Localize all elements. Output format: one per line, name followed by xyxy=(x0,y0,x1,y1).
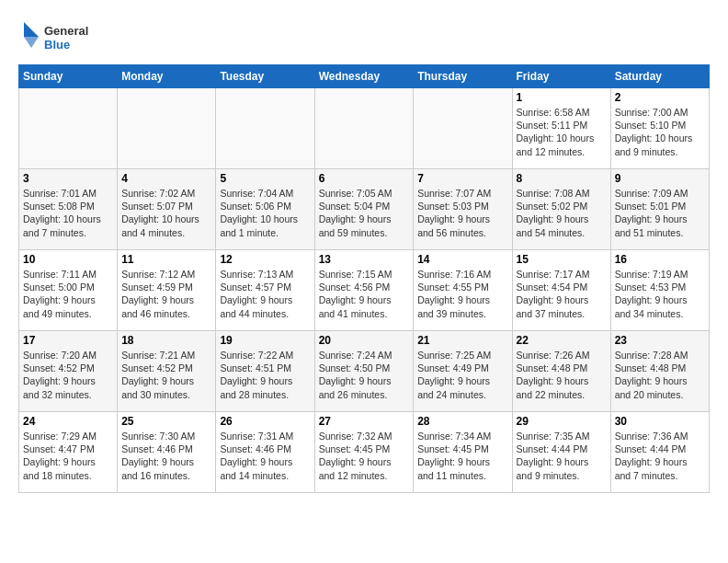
calendar-cell: 10Sunrise: 7:11 AM Sunset: 5:00 PM Dayli… xyxy=(19,250,118,331)
logo-icon: General Blue xyxy=(18,18,101,55)
weekday-header: Monday xyxy=(118,65,216,88)
calendar-cell: 24Sunrise: 7:29 AM Sunset: 4:47 PM Dayli… xyxy=(19,412,118,493)
calendar-cell xyxy=(118,88,216,169)
logo: General Blue xyxy=(18,18,101,55)
day-info: Sunrise: 7:21 AM Sunset: 4:52 PM Dayligh… xyxy=(121,349,211,401)
day-number: 10 xyxy=(23,253,113,266)
day-number: 16 xyxy=(615,253,705,266)
day-number: 9 xyxy=(615,172,705,185)
calendar-cell: 17Sunrise: 7:20 AM Sunset: 4:52 PM Dayli… xyxy=(19,331,118,412)
day-info: Sunrise: 7:04 AM Sunset: 5:06 PM Dayligh… xyxy=(220,187,310,239)
day-number: 23 xyxy=(615,334,705,347)
weekday-header: Sunday xyxy=(19,65,118,88)
day-info: Sunrise: 7:11 AM Sunset: 5:00 PM Dayligh… xyxy=(23,268,113,320)
calendar-cell: 7Sunrise: 7:07 AM Sunset: 5:03 PM Daylig… xyxy=(414,169,512,250)
day-number: 18 xyxy=(121,334,211,347)
calendar-cell xyxy=(19,88,118,169)
day-info: Sunrise: 7:00 AM Sunset: 5:10 PM Dayligh… xyxy=(615,106,705,158)
svg-marker-2 xyxy=(24,22,39,37)
svg-marker-3 xyxy=(24,37,39,48)
day-number: 2 xyxy=(615,91,705,104)
day-number: 12 xyxy=(220,253,310,266)
calendar-cell: 12Sunrise: 7:13 AM Sunset: 4:57 PM Dayli… xyxy=(216,250,314,331)
day-info: Sunrise: 7:26 AM Sunset: 4:48 PM Dayligh… xyxy=(517,349,607,401)
day-number: 27 xyxy=(319,415,410,428)
day-number: 8 xyxy=(517,172,607,185)
day-number: 3 xyxy=(23,172,113,185)
day-info: Sunrise: 7:12 AM Sunset: 4:59 PM Dayligh… xyxy=(121,268,211,320)
day-number: 20 xyxy=(319,334,410,347)
day-info: Sunrise: 7:20 AM Sunset: 4:52 PM Dayligh… xyxy=(23,349,113,401)
day-info: Sunrise: 6:58 AM Sunset: 5:11 PM Dayligh… xyxy=(517,106,607,158)
day-info: Sunrise: 7:16 AM Sunset: 4:55 PM Dayligh… xyxy=(417,268,507,320)
day-info: Sunrise: 7:31 AM Sunset: 4:46 PM Dayligh… xyxy=(220,430,310,482)
weekday-header: Saturday xyxy=(610,65,709,88)
day-number: 1 xyxy=(517,91,607,104)
calendar-cell: 19Sunrise: 7:22 AM Sunset: 4:51 PM Dayli… xyxy=(216,331,314,412)
svg-text:General: General xyxy=(44,24,88,38)
calendar-cell: 26Sunrise: 7:31 AM Sunset: 4:46 PM Dayli… xyxy=(216,412,314,493)
day-info: Sunrise: 7:05 AM Sunset: 5:04 PM Dayligh… xyxy=(319,187,410,239)
day-info: Sunrise: 7:22 AM Sunset: 4:51 PM Dayligh… xyxy=(220,349,310,401)
calendar-cell xyxy=(414,88,512,169)
day-info: Sunrise: 7:30 AM Sunset: 4:46 PM Dayligh… xyxy=(121,430,211,482)
calendar-cell: 3Sunrise: 7:01 AM Sunset: 5:08 PM Daylig… xyxy=(19,169,118,250)
day-info: Sunrise: 7:08 AM Sunset: 5:02 PM Dayligh… xyxy=(517,187,607,239)
day-info: Sunrise: 7:32 AM Sunset: 4:45 PM Dayligh… xyxy=(319,430,410,482)
calendar-cell: 22Sunrise: 7:26 AM Sunset: 4:48 PM Dayli… xyxy=(512,331,610,412)
day-info: Sunrise: 7:35 AM Sunset: 4:44 PM Dayligh… xyxy=(517,430,607,482)
day-info: Sunrise: 7:34 AM Sunset: 4:45 PM Dayligh… xyxy=(417,430,507,482)
calendar-cell: 8Sunrise: 7:08 AM Sunset: 5:02 PM Daylig… xyxy=(512,169,610,250)
day-info: Sunrise: 7:19 AM Sunset: 4:53 PM Dayligh… xyxy=(615,268,705,320)
weekday-header: Tuesday xyxy=(216,65,314,88)
calendar-cell: 25Sunrise: 7:30 AM Sunset: 4:46 PM Dayli… xyxy=(118,412,216,493)
calendar-cell: 23Sunrise: 7:28 AM Sunset: 4:48 PM Dayli… xyxy=(610,331,709,412)
day-info: Sunrise: 7:02 AM Sunset: 5:07 PM Dayligh… xyxy=(121,187,211,239)
calendar-cell: 21Sunrise: 7:25 AM Sunset: 4:49 PM Dayli… xyxy=(414,331,512,412)
calendar-cell: 5Sunrise: 7:04 AM Sunset: 5:06 PM Daylig… xyxy=(216,169,314,250)
day-number: 17 xyxy=(23,334,113,347)
day-number: 28 xyxy=(417,415,507,428)
day-number: 13 xyxy=(319,253,410,266)
day-info: Sunrise: 7:25 AM Sunset: 4:49 PM Dayligh… xyxy=(417,349,507,401)
calendar-cell xyxy=(216,88,314,169)
day-number: 4 xyxy=(121,172,211,185)
svg-text:Blue: Blue xyxy=(44,38,70,52)
weekday-header: Wednesday xyxy=(314,65,414,88)
calendar-cell: 4Sunrise: 7:02 AM Sunset: 5:07 PM Daylig… xyxy=(118,169,216,250)
day-number: 15 xyxy=(517,253,607,266)
calendar-cell: 30Sunrise: 7:36 AM Sunset: 4:44 PM Dayli… xyxy=(610,412,709,493)
day-info: Sunrise: 7:36 AM Sunset: 4:44 PM Dayligh… xyxy=(615,430,705,482)
day-info: Sunrise: 7:07 AM Sunset: 5:03 PM Dayligh… xyxy=(417,187,507,239)
day-number: 22 xyxy=(517,334,607,347)
day-number: 25 xyxy=(121,415,211,428)
page-header: General Blue xyxy=(18,18,710,55)
calendar-cell: 18Sunrise: 7:21 AM Sunset: 4:52 PM Dayli… xyxy=(118,331,216,412)
day-info: Sunrise: 7:28 AM Sunset: 4:48 PM Dayligh… xyxy=(615,349,705,401)
day-number: 19 xyxy=(220,334,310,347)
day-number: 7 xyxy=(417,172,507,185)
calendar-cell: 15Sunrise: 7:17 AM Sunset: 4:54 PM Dayli… xyxy=(512,250,610,331)
day-number: 14 xyxy=(417,253,507,266)
day-info: Sunrise: 7:24 AM Sunset: 4:50 PM Dayligh… xyxy=(319,349,410,401)
weekday-header: Thursday xyxy=(414,65,512,88)
calendar-cell: 11Sunrise: 7:12 AM Sunset: 4:59 PM Dayli… xyxy=(118,250,216,331)
day-info: Sunrise: 7:29 AM Sunset: 4:47 PM Dayligh… xyxy=(23,430,113,482)
day-number: 11 xyxy=(121,253,211,266)
day-number: 29 xyxy=(517,415,607,428)
day-info: Sunrise: 7:01 AM Sunset: 5:08 PM Dayligh… xyxy=(23,187,113,239)
calendar-cell: 27Sunrise: 7:32 AM Sunset: 4:45 PM Dayli… xyxy=(314,412,414,493)
weekday-header: Friday xyxy=(512,65,610,88)
day-number: 30 xyxy=(615,415,705,428)
calendar-cell: 20Sunrise: 7:24 AM Sunset: 4:50 PM Dayli… xyxy=(314,331,414,412)
calendar-cell xyxy=(314,88,414,169)
day-number: 21 xyxy=(417,334,507,347)
calendar-cell: 14Sunrise: 7:16 AM Sunset: 4:55 PM Dayli… xyxy=(414,250,512,331)
calendar-cell: 2Sunrise: 7:00 AM Sunset: 5:10 PM Daylig… xyxy=(610,88,709,169)
calendar-table: SundayMondayTuesdayWednesdayThursdayFrid… xyxy=(18,64,710,493)
calendar-cell: 6Sunrise: 7:05 AM Sunset: 5:04 PM Daylig… xyxy=(314,169,414,250)
day-number: 6 xyxy=(319,172,410,185)
calendar-cell: 29Sunrise: 7:35 AM Sunset: 4:44 PM Dayli… xyxy=(512,412,610,493)
day-number: 26 xyxy=(220,415,310,428)
day-info: Sunrise: 7:15 AM Sunset: 4:56 PM Dayligh… xyxy=(319,268,410,320)
